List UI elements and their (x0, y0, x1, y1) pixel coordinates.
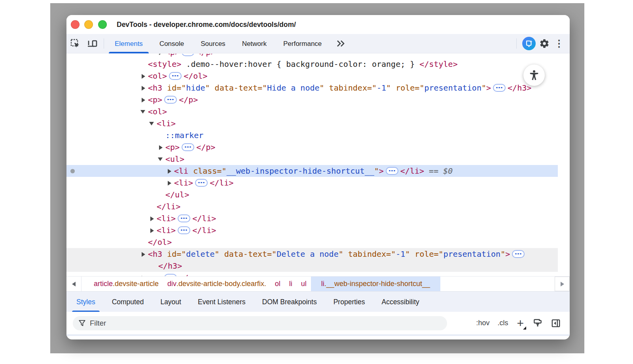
expand-arrow-icon[interactable] (159, 54, 163, 55)
token-tag: <li> (157, 119, 176, 128)
token-tag: > (505, 249, 510, 259)
dom-tree-row[interactable]: <li></li> (66, 212, 558, 224)
token-tag: <p> (148, 95, 162, 104)
breadcrumb-item-article[interactable]: article.devsite-article (89, 277, 163, 291)
dom-tree-row[interactable]: <li></li> (66, 224, 558, 236)
collapsed-children-badge[interactable] (182, 143, 194, 151)
token-val: hide (186, 83, 205, 93)
crumb-tag: li (321, 280, 324, 288)
breadcrumb-scroll-right-button[interactable] (555, 277, 570, 291)
collapsed-children-badge[interactable] (178, 226, 190, 234)
token-tag: <li> (157, 226, 176, 235)
token-tag: <style> (148, 59, 181, 69)
tab-sources[interactable]: Sources (192, 34, 233, 53)
toggle-element-state-button[interactable]: :hov (474, 317, 492, 329)
expand-arrow-icon[interactable] (142, 252, 145, 257)
dom-tree-row[interactable]: ::marker (66, 129, 558, 141)
tab-network[interactable]: Network (234, 34, 275, 53)
breadcrumb-item-li[interactable]: li.__web-inspector-hide-shortcut__ (311, 277, 440, 291)
element-classes-button[interactable]: .cls (495, 317, 510, 329)
tab-performance[interactable]: Performance (275, 34, 330, 53)
collapsed-children-badge[interactable] (195, 179, 208, 187)
styles-tab-computed[interactable]: Computed (104, 292, 152, 312)
dom-tree-row[interactable]: <style> .demo--hover:hover { background-… (66, 58, 558, 70)
tab-elements[interactable]: Elements (106, 34, 151, 53)
token-attr: " (339, 249, 343, 259)
token-val: Delete a node (277, 249, 339, 259)
dom-tree-row[interactable]: <li> (66, 118, 558, 129)
styles-filter-input[interactable]: Filter (73, 316, 447, 330)
expand-arrow-icon[interactable] (158, 157, 163, 161)
breadcrumb-item-ol[interactable]: ol (271, 277, 285, 291)
dom-tree-row[interactable]: <h3 id="hide" data-text="Hide a node" ta… (66, 82, 558, 94)
styles-tab-layout[interactable]: Layout (152, 292, 190, 312)
collapsed-children-badge[interactable] (386, 167, 398, 175)
expand-arrow-icon[interactable] (168, 169, 171, 174)
dom-tree-row[interactable]: <p></p> (66, 272, 558, 276)
token-tag: </style> (419, 59, 457, 69)
minimize-traffic-light[interactable] (84, 20, 93, 29)
breadcrumb: article.devsite-articlediv.devsite-artic… (81, 277, 440, 291)
close-traffic-light[interactable] (71, 20, 80, 29)
dom-tree-row[interactable]: </ul> (66, 189, 558, 201)
styles-tab-accessibility[interactable]: Accessibility (373, 292, 427, 312)
expand-arrow-icon[interactable] (159, 145, 163, 150)
token-attr: " (500, 249, 505, 259)
dom-tree-row[interactable]: <p></p> (66, 94, 558, 106)
breadcrumb-bar: article.devsite-articlediv.devsite-artic… (66, 276, 570, 291)
toggle-sidebar-icon[interactable] (548, 316, 563, 331)
dom-tree: <p></p><style> .demo--hover:hover { back… (66, 54, 570, 276)
collapsed-children-badge[interactable] (182, 54, 194, 56)
styles-tab-event-listeners[interactable]: Event Listeners (190, 292, 254, 312)
crumb-classes: .devsite-article-body.clearfix. (176, 280, 266, 288)
dom-tree-row[interactable]: <p></p> (66, 141, 558, 153)
collapsed-children-badge[interactable] (169, 72, 182, 80)
ai-assistant-icon[interactable] (522, 37, 536, 50)
styles-tab-dom-breakpoints[interactable]: DOM Breakpoints (254, 292, 325, 312)
collapsed-children-badge[interactable] (178, 214, 190, 222)
styles-tab-styles[interactable]: Styles (68, 292, 104, 312)
dom-tree-row[interactable]: <li></li> (66, 177, 558, 189)
rendering-brush-icon[interactable] (530, 316, 545, 331)
breadcrumb-item-div[interactable]: div.devsite-article-body.clearfix. (163, 277, 271, 291)
zoom-traffic-light[interactable] (98, 20, 107, 29)
breadcrumb-item-ul[interactable]: ul (297, 277, 311, 291)
dom-tree-row[interactable]: <p></p> (66, 54, 558, 58)
token-tag: </li> (400, 166, 424, 176)
dom-tree-row[interactable]: <ul> (66, 153, 558, 165)
collapsed-children-badge[interactable] (493, 84, 506, 92)
device-toolbar-icon[interactable] (84, 36, 101, 51)
title-bar: DevTools - developer.chrome.com/docs/dev… (66, 15, 570, 34)
crumb-classes: .__web-inspector-hide-shortcut__ (324, 280, 430, 288)
dom-tree-row[interactable]: </h3> (66, 260, 558, 272)
expand-arrow-icon[interactable] (142, 98, 145, 102)
breadcrumb-item-li[interactable]: li (285, 277, 297, 291)
expand-arrow-icon[interactable] (142, 86, 145, 91)
new-style-rule-button[interactable]: + (514, 317, 527, 329)
token-tag: <p> (165, 54, 180, 57)
styles-tab-properties[interactable]: Properties (325, 292, 373, 312)
expand-arrow-icon[interactable] (142, 74, 145, 79)
expand-arrow-icon[interactable] (150, 216, 154, 221)
expand-arrow-icon[interactable] (140, 110, 145, 114)
dom-tree-row[interactable]: <ol></ol> (66, 70, 558, 82)
token-tag: <p> (165, 142, 180, 152)
dom-tree-row[interactable]: <li class="__web-inspector-hide-shortcut… (66, 165, 558, 177)
dom-tree-row[interactable]: <ol> (66, 106, 558, 118)
dom-tree-row[interactable]: </li> (66, 201, 558, 212)
crumb-tag: article (94, 280, 113, 288)
collapsed-children-badge[interactable] (512, 250, 525, 258)
more-tabs-icon[interactable] (332, 36, 350, 51)
expand-arrow-icon[interactable] (149, 122, 154, 125)
inspect-element-icon[interactable] (66, 36, 84, 51)
expand-arrow-icon[interactable] (168, 181, 171, 186)
collapsed-children-badge[interactable] (164, 96, 177, 104)
expand-arrow-icon[interactable] (150, 228, 154, 233)
kebab-menu-icon[interactable]: ⋮ (553, 36, 565, 51)
dom-tree-row[interactable]: </ol> (66, 236, 558, 248)
settings-gear-icon[interactable] (536, 36, 553, 51)
breadcrumb-scroll-left-button[interactable] (66, 277, 81, 291)
token-tag: <li (174, 166, 188, 176)
tab-console[interactable]: Console (151, 34, 192, 53)
dom-tree-row[interactable]: <h3 id="delete" data-text="Delete a node… (66, 248, 558, 260)
